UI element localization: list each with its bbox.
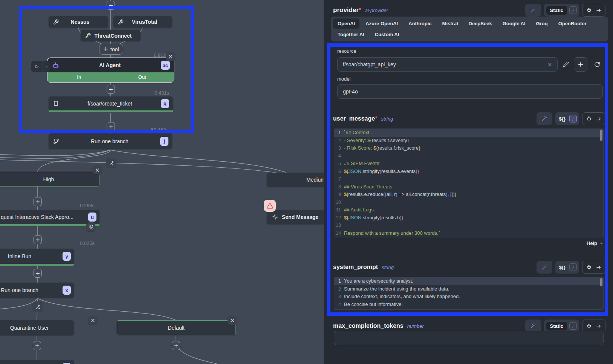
add-step-connector[interactable]	[107, 85, 115, 94]
provider-tab-custom-ai[interactable]: Custom AI	[370, 29, 404, 40]
ai-assist-button[interactable]	[537, 261, 552, 274]
add-step-connector[interactable]	[34, 235, 42, 244]
plug-icon[interactable]	[586, 116, 592, 122]
ai-assist-button[interactable]	[525, 320, 541, 332]
add-step-connector[interactable]	[172, 341, 180, 350]
code-line[interactable]: 1`## Context	[334, 129, 603, 137]
code-line[interactable]: 9${results.e.reduce((all, r) => all.conc…	[334, 191, 603, 199]
mode-toggle[interactable]: Static ƒ	[544, 320, 579, 332]
connect-run-group[interactable]	[582, 261, 605, 274]
refresh-resources-button[interactable]	[593, 60, 602, 69]
provider-tab-openrouter[interactable]: OpenRouter	[554, 18, 591, 29]
close-button[interactable]	[228, 316, 237, 325]
agent-out-handle[interactable]: Out	[111, 72, 174, 82]
code-line[interactable]: 14Respond with a summary under 300 words…	[334, 229, 603, 237]
provider-tab-google-ai[interactable]: Google AI	[498, 18, 530, 29]
partial-node-bottom[interactable]	[0, 360, 74, 364]
max-tokens-input[interactable]	[334, 331, 604, 345]
code-line[interactable]: 7	[334, 175, 603, 183]
model-input[interactable]: gpt-4o	[337, 84, 603, 99]
edit-resource-button[interactable]	[561, 60, 570, 69]
agent-in-handle[interactable]: In	[47, 72, 111, 82]
ai-assist-button[interactable]	[537, 112, 552, 125]
mode-toggle[interactable]: ${} ƒ	[555, 261, 579, 274]
scrollbar-thumb[interactable]	[600, 130, 602, 141]
expression-mode-icon[interactable]: ƒ	[569, 322, 577, 330]
connect-run-group[interactable]	[582, 4, 605, 17]
arrow-right-icon[interactable]	[596, 116, 601, 122]
add-branch-button[interactable]	[32, 301, 43, 312]
provider-tab-openai[interactable]: OpenAI	[333, 18, 359, 29]
plug-icon[interactable]	[586, 8, 592, 13]
node-virustotal[interactable]: VirusTotal	[113, 16, 172, 28]
clear-icon[interactable]: ✕	[548, 62, 552, 67]
node-create-ticket[interactable]: f/soar/create_ticket q	[49, 96, 173, 110]
arrow-right-icon[interactable]	[596, 265, 601, 270]
provider-tab-deepseek[interactable]: DeepSeek	[464, 18, 497, 29]
provider-tab-mistral[interactable]: Mistral	[438, 18, 463, 29]
warning-badge[interactable]	[264, 200, 276, 212]
code-line[interactable]: 12${JSON.stringify(results.h)}	[334, 214, 603, 222]
node-inline-bun[interactable]: Inline Bun y	[0, 249, 74, 264]
node-threatconnect[interactable]: ThreatConnect	[81, 30, 141, 41]
code-line[interactable]: 3- Risk Score: ${results.f.risk_score}	[334, 144, 603, 152]
expression-mode-icon[interactable]: ƒ	[569, 115, 577, 122]
tool-handle-chip[interactable]: tool	[99, 44, 123, 55]
provider-tab-together-ai[interactable]: Together AI	[333, 29, 369, 40]
close-button[interactable]	[88, 316, 97, 325]
arrow-right-icon[interactable]	[596, 8, 601, 13]
code-line[interactable]: 4	[334, 152, 603, 160]
node-medium[interactable]: Medium	[267, 173, 324, 187]
provider-tab-groq[interactable]: Groq	[532, 18, 552, 29]
provider-tab-anthropic[interactable]: Anthropic	[404, 18, 436, 29]
run-options-button[interactable]	[43, 61, 50, 72]
add-branch-button[interactable]	[106, 158, 116, 168]
node-run-one-branch-2[interactable]: Run one branch x	[0, 283, 74, 298]
ai-assist-button[interactable]	[525, 4, 541, 17]
add-step-connector[interactable]	[34, 269, 42, 278]
expression-mode-icon[interactable]: ƒ	[569, 6, 577, 14]
node-default[interactable]: Default	[117, 320, 235, 335]
connect-run-group[interactable]	[582, 320, 605, 332]
code-line[interactable]: 2Summarize the incident using the availa…	[334, 285, 603, 293]
node-send-message[interactable]: Send Message	[267, 210, 324, 224]
code-line[interactable]: 6${JSON.stringify(results.a.events)}	[334, 168, 603, 176]
node-high[interactable]: High	[0, 172, 99, 187]
code-line[interactable]: 2- Severity: ${results.f.severity}	[334, 137, 603, 145]
scrollbar-thumb[interactable]	[600, 278, 602, 286]
add-step-connector[interactable]	[107, 122, 115, 131]
arrow-right-icon[interactable]	[596, 323, 601, 329]
static-mode-label[interactable]: Static	[546, 322, 567, 330]
node-nessus[interactable]: Nessus	[49, 16, 108, 28]
user-message-code-editor[interactable]: 1`## Context2- Severity: ${results.f.sev…	[334, 128, 604, 238]
expression-mode-label[interactable]: ${}	[558, 265, 567, 270]
add-step-connector[interactable]	[33, 341, 41, 350]
add-step-connector[interactable]	[107, 1, 115, 10]
connect-run-group[interactable]	[582, 112, 605, 125]
code-line[interactable]: 1You are a cybersecurity analyst.	[334, 277, 603, 285]
static-mode-label[interactable]: Static	[546, 6, 567, 15]
code-line[interactable]: 5## SIEM Events:	[334, 160, 603, 168]
callback-button[interactable]	[86, 222, 95, 231]
resource-input[interactable]: f/soar/chatgpt_api_key ✕	[337, 57, 558, 72]
plug-icon[interactable]	[586, 265, 592, 270]
mode-toggle[interactable]: ${} ƒ	[555, 112, 579, 125]
provider-tab-azure-openai[interactable]: Azure OpenAI	[361, 18, 402, 29]
mode-toggle[interactable]: Static ƒ	[544, 4, 579, 17]
plug-icon[interactable]	[586, 323, 592, 329]
node-quarantine-user[interactable]: Quarantine User	[0, 320, 74, 335]
code-line[interactable]: 13	[334, 222, 603, 229]
run-button[interactable]	[31, 61, 43, 72]
node-run-one-branch-1[interactable]: Run one branch j	[49, 133, 172, 149]
system-prompt-code-editor[interactable]: 1You are a cybersecurity analyst.2Summar…	[334, 277, 604, 310]
help-button[interactable]: Help	[587, 240, 604, 246]
close-button[interactable]	[166, 52, 175, 61]
code-line[interactable]: 8## Virus Scan Threats:	[334, 183, 603, 191]
node-slack-approval[interactable]: quest Interactive Slack Appro... u	[0, 210, 99, 224]
add-step-connector[interactable]	[34, 197, 42, 206]
add-resource-button[interactable]	[574, 57, 587, 72]
run-button-group[interactable]	[31, 61, 50, 72]
expression-mode-icon[interactable]: ƒ	[569, 263, 577, 271]
code-line[interactable]: 11## Audit Logs:	[334, 206, 603, 214]
code-line[interactable]: 3Include context, indicators, and what l…	[334, 293, 603, 301]
